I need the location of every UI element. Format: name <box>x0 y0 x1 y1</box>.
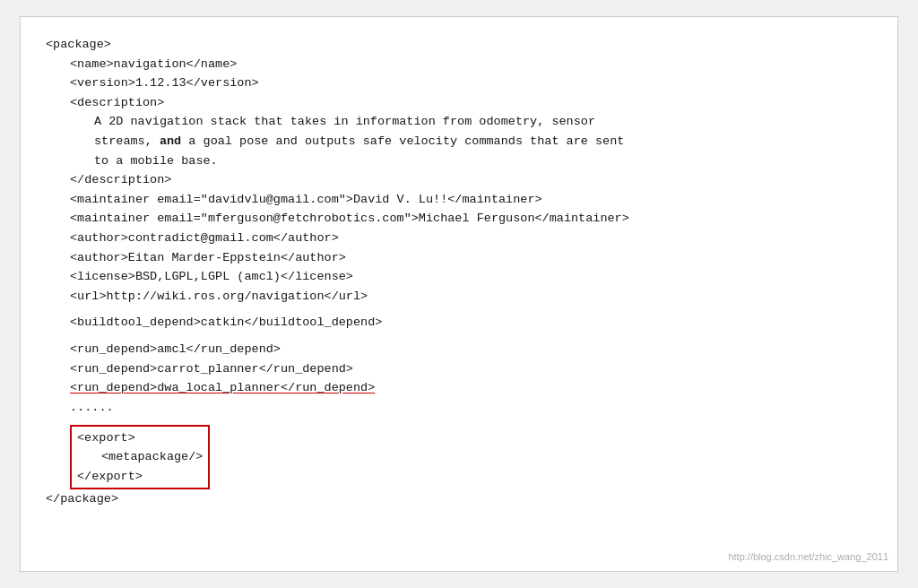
line-description-close: </description> <box>46 170 872 190</box>
line-desc1: A 2D navigation stack that takes in info… <box>46 112 872 132</box>
line-export-open: <export> <box>77 428 203 448</box>
line-desc2: streams, and a goal pose and outputs saf… <box>46 132 872 151</box>
line-ellipsis: ...... <box>46 398 872 418</box>
line-license: <license>BSD,LGPL,LGPL (amcl)</license> <box>46 267 872 287</box>
line-maintainer2: <maintainer email="mferguson@fetchroboti… <box>46 209 872 229</box>
line-version: <version>1.12.13</version> <box>46 74 872 93</box>
export-block: <export> <metapackage/> </export> <box>70 425 210 490</box>
line-author2: <author>Eitan Marder-Eppstein</author> <box>46 248 872 268</box>
line-maintainer1: <maintainer email="davidvlu@gmail.com">D… <box>46 190 872 210</box>
line-url: <url>http://wiki.ros.org/navigation</url… <box>46 287 872 307</box>
line-package-open: <package> <box>46 35 872 55</box>
line-run-carrot: <run_depend>carrot_planner</run_depend> <box>46 359 872 379</box>
line-package-close: </package> <box>46 489 872 509</box>
watermark: http://blog.csdn.net/zhic_wang_2011 <box>728 549 888 566</box>
line-desc3: to a mobile base. <box>46 151 872 171</box>
line-export-close: </export> <box>77 467 203 487</box>
line-run-amcl: <run_depend>amcl</run_depend> <box>46 340 872 359</box>
line-metapackage: <metapackage/> <box>77 447 203 467</box>
line-author1: <author>contradict@gmail.com</author> <box>46 229 872 248</box>
line-name: <name>navigation</name> <box>46 55 872 74</box>
line-description-open: <description> <box>46 93 872 113</box>
code-viewer: <package> <name>navigation</name> <versi… <box>20 16 898 572</box>
line-buildtool: <buildtool_depend>catkin</buildtool_depe… <box>46 313 872 333</box>
line-run-dwa: <run_depend>dwa_local_planner</run_depen… <box>46 378 872 398</box>
